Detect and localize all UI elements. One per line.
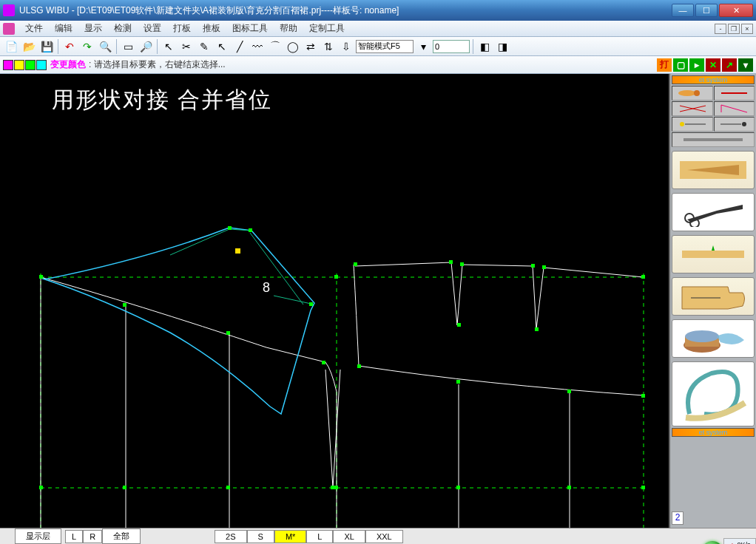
svg-rect-52 xyxy=(682,251,744,258)
right-btn-x[interactable]: ✕ xyxy=(706,58,720,72)
ellipse-icon[interactable]: ◯ xyxy=(285,38,301,55)
app-icon xyxy=(3,4,15,16)
menu-icon-tools[interactable]: 图标工具 xyxy=(226,22,274,35)
close-button[interactable]: ✕ xyxy=(719,4,753,17)
svg-rect-27 xyxy=(457,323,461,327)
num-input[interactable] xyxy=(433,40,470,53)
rp-tool-seam[interactable] xyxy=(672,235,755,273)
right-btn-arrow[interactable]: ↗ xyxy=(722,58,737,72)
layer-tab[interactable]: 显示层 xyxy=(15,528,61,544)
rp-tool-piece[interactable] xyxy=(672,277,755,316)
rp-tool-scissors[interactable] xyxy=(672,193,755,231)
rp-tool-dart[interactable] xyxy=(672,151,755,189)
window-title: ULSG WIBU - [D:\ET09\ET09软件\新建文件夹\A裙装制版\… xyxy=(19,4,672,17)
undo-icon[interactable]: ↶ xyxy=(61,38,78,55)
menu-display[interactable]: 显示 xyxy=(78,22,108,35)
menu-pattern[interactable]: 打板 xyxy=(167,22,197,35)
mdi-close[interactable]: × xyxy=(741,24,753,34)
rp-tool-curve-ruler[interactable] xyxy=(672,361,755,426)
svg-rect-18 xyxy=(39,486,43,489)
r-tab[interactable]: R xyxy=(83,530,102,543)
titlebar: ULSG WIBU - [D:\ET09\ET09软件\新建文件夹\A裙装制版\… xyxy=(0,0,756,21)
curve-icon[interactable]: 〰 xyxy=(249,38,266,55)
menu-edit[interactable]: 编辑 xyxy=(49,22,78,35)
svg-rect-28 xyxy=(531,264,535,268)
svg-rect-17 xyxy=(334,486,338,489)
drawing-canvas[interactable]: 用形状对接 合并省位 xyxy=(0,74,669,528)
right-btn-tri[interactable]: ▸ xyxy=(689,58,704,72)
cut-icon[interactable]: ✂ xyxy=(178,38,195,55)
svg-rect-38 xyxy=(641,486,645,489)
mdi-restore[interactable]: ❐ xyxy=(728,24,740,34)
zoom-icon[interactable]: 🔍 xyxy=(97,38,113,55)
new-icon[interactable]: 📄 xyxy=(3,38,19,55)
svg-rect-32 xyxy=(357,364,361,368)
cursor-icon[interactable]: ↖ xyxy=(214,38,230,55)
menu-help[interactable]: 帮助 xyxy=(274,22,303,35)
all-tab[interactable]: 全部 xyxy=(102,528,141,544)
rp-tool-cross[interactable] xyxy=(672,101,713,116)
menu-check[interactable]: 检测 xyxy=(108,22,138,35)
menu-file[interactable]: 文件 xyxy=(19,22,49,35)
rp-tool-bar[interactable] xyxy=(672,132,755,147)
extra1-icon[interactable]: ◧ xyxy=(476,38,493,55)
svg-rect-26 xyxy=(460,262,464,266)
arc-icon[interactable]: ⌒ xyxy=(267,38,283,55)
svg-rect-13 xyxy=(123,303,126,307)
mode-combo[interactable] xyxy=(356,40,414,53)
line-icon[interactable]: ╱ xyxy=(232,38,248,55)
color-cyan[interactable] xyxy=(36,60,47,70)
svg-point-40 xyxy=(678,90,696,96)
right-btn-down[interactable]: ▾ xyxy=(738,58,753,72)
svg-rect-20 xyxy=(226,486,230,489)
color-green[interactable] xyxy=(25,60,36,70)
rp-page-number[interactable]: 2 xyxy=(672,511,684,525)
dropdown-icon[interactable]: ▾ xyxy=(415,38,431,55)
size-m[interactable]: M* xyxy=(274,530,306,543)
color-yellow[interactable] xyxy=(14,60,24,70)
rp-tool-compass2[interactable] xyxy=(714,117,755,132)
l-tab[interactable]: L xyxy=(65,530,83,543)
rp-tool-angle[interactable] xyxy=(714,101,755,116)
open-icon[interactable]: 📂 xyxy=(21,38,37,55)
menu-grade[interactable]: 推板 xyxy=(197,22,226,35)
color-magenta[interactable] xyxy=(3,60,13,70)
doc-icon xyxy=(3,23,15,35)
rect-icon[interactable]: ▭ xyxy=(120,38,136,55)
colorbar: 变更颜色 : 请选择目标要素，右键结束选择... 打 ▢ ▸ ✕ ↗ ▾ xyxy=(0,56,756,74)
net-stats: ▲0K/s ▼0K/s xyxy=(723,538,756,544)
svg-rect-29 xyxy=(542,265,546,269)
rp-tool-bullet[interactable] xyxy=(672,86,713,101)
net-up: 0K/s xyxy=(737,541,750,544)
rp-tool-needle[interactable] xyxy=(714,86,755,101)
svg-point-45 xyxy=(680,122,684,126)
updown-icon[interactable]: ⇅ xyxy=(320,38,337,55)
pointer-icon[interactable]: ↖ xyxy=(161,38,177,55)
zoom2-icon[interactable]: 🔎 xyxy=(138,38,154,55)
menu-custom[interactable]: 定制工具 xyxy=(303,22,351,35)
svg-rect-34 xyxy=(567,390,571,393)
pencil-icon[interactable]: ✎ xyxy=(196,38,212,55)
svg-rect-19 xyxy=(123,486,126,489)
right-btn-da[interactable]: 打 xyxy=(657,58,672,72)
minimize-button[interactable]: — xyxy=(672,4,694,17)
svg-rect-24 xyxy=(354,262,357,266)
down-icon[interactable]: ⇩ xyxy=(338,38,354,55)
rp-tool-washer[interactable] xyxy=(672,319,755,358)
size-xxl[interactable]: XXL xyxy=(365,530,403,543)
main-toolbar: 📄 📂 💾 ↶ ↷ 🔍 ▭ 🔎 ↖ ✂ ✎ ↖ ╱ 〰 ⌒ ◯ ⇄ ⇅ ⇩ ▾ … xyxy=(0,37,756,56)
extra2-icon[interactable]: ◨ xyxy=(494,38,510,55)
redo-icon[interactable]: ↷ xyxy=(79,38,95,55)
size-l[interactable]: L xyxy=(306,530,333,543)
right-btn-green[interactable]: ▢ xyxy=(673,58,688,72)
size-xl[interactable]: XL xyxy=(333,530,365,543)
size-2s[interactable]: 2S xyxy=(215,530,246,543)
rp-tool-compass1[interactable] xyxy=(672,117,713,132)
menu-settings[interactable]: 设置 xyxy=(138,22,167,35)
size-s[interactable]: S xyxy=(247,530,274,543)
save-icon[interactable]: 💾 xyxy=(38,38,55,55)
maximize-button[interactable]: ☐ xyxy=(695,4,718,17)
swap-icon[interactable]: ⇄ xyxy=(303,38,319,55)
svg-rect-11 xyxy=(235,248,240,254)
mdi-minimize[interactable]: - xyxy=(715,24,726,34)
